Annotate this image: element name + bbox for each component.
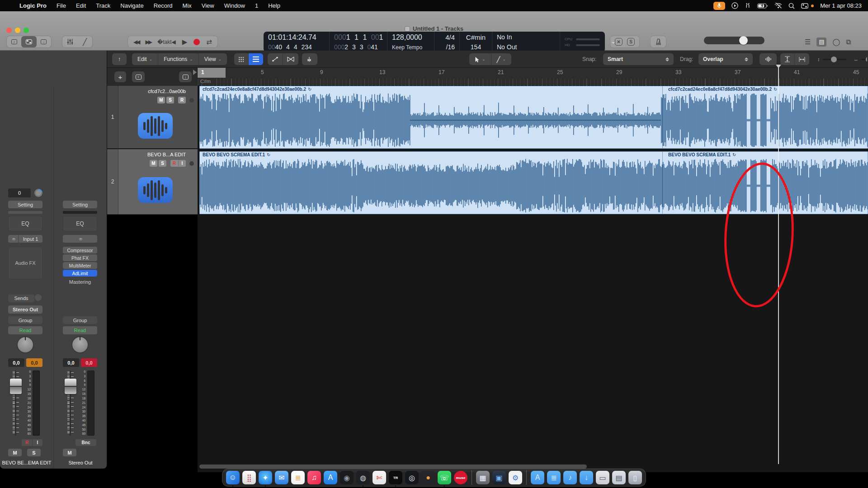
volume-value[interactable]: 0,0 bbox=[63, 358, 79, 367]
mic-status-icon[interactable] bbox=[713, 2, 725, 10]
lcd-key[interactable]: C#min 154 bbox=[460, 32, 492, 52]
dock-touch-id-icon[interactable]: ◉ bbox=[340, 471, 354, 484]
menu-logic-pro[interactable]: Logic Pro bbox=[14, 2, 52, 9]
mixer-button[interactable] bbox=[62, 36, 77, 47]
dock-obs-icon[interactable]: ◎ bbox=[405, 471, 419, 484]
lcd-position[interactable]: 0001 1 1 001 0002 3 3 041 bbox=[330, 32, 387, 52]
record-enable-button[interactable]: R bbox=[178, 97, 186, 103]
setting-button[interactable]: Setting bbox=[63, 201, 97, 208]
apple-menu-icon[interactable] bbox=[0, 5, 9, 6]
record-enable-button[interactable]: R bbox=[170, 160, 178, 167]
slider-knob[interactable] bbox=[831, 56, 837, 62]
drag-select[interactable]: Overlap bbox=[698, 53, 753, 65]
menu-help[interactable]: Help bbox=[263, 2, 285, 9]
plugin-slot-adlimit[interactable]: AdLimit bbox=[63, 270, 97, 277]
plugin-slot-compressor[interactable]: Compressor bbox=[63, 247, 97, 253]
lcd-smpte[interactable]: 01:01:14:24.74 0040 4 4 234 bbox=[264, 32, 330, 52]
output-select[interactable]: Stereo Out bbox=[8, 305, 42, 314]
dock-folder-documents-icon[interactable]: ≣ bbox=[547, 471, 561, 484]
bounce-button[interactable]: Bnc bbox=[76, 439, 96, 446]
toolbar-toggle-button[interactable]: ↓ bbox=[37, 36, 51, 47]
gain-knob[interactable] bbox=[34, 189, 42, 197]
volume-fader[interactable]: 03691215182124303540455060 bbox=[63, 370, 97, 437]
dock-folder-downloads-icon[interactable]: ↓ bbox=[580, 471, 593, 484]
menu-record[interactable]: Record bbox=[149, 2, 178, 9]
left-click-tool-menu[interactable]: ⌄ bbox=[469, 53, 491, 65]
solo-button[interactable]: S bbox=[166, 97, 174, 103]
dock-audio-midi-setup-icon[interactable]: ⚙ bbox=[509, 471, 522, 484]
lcd-tempo[interactable]: 128,0000 Keep Tempo bbox=[387, 32, 434, 52]
gain-reduction-value[interactable]: 0,0 bbox=[81, 358, 97, 367]
eq-slot[interactable]: EQ bbox=[63, 216, 97, 231]
dock-safari-icon[interactable]: ✦ bbox=[259, 471, 272, 484]
group-select[interactable]: Group bbox=[8, 316, 42, 324]
dock-screen-sharing-icon[interactable]: ▦ bbox=[476, 471, 490, 484]
split-at-playhead-button[interactable] bbox=[302, 53, 316, 65]
track-name[interactable]: BEVO B...A EDIT bbox=[147, 152, 186, 157]
media-browser-icon[interactable]: ⧉ bbox=[846, 38, 851, 46]
dock-design-app-icon[interactable]: ✄ bbox=[373, 471, 386, 484]
dock-launchpad-icon[interactable]: ⣿ bbox=[242, 471, 256, 484]
track-zoom-button[interactable]: ↓ bbox=[179, 71, 192, 82]
track-number[interactable]: 1 bbox=[107, 86, 118, 148]
setting-button[interactable]: Setting bbox=[8, 201, 42, 208]
input-monitor-dot[interactable] bbox=[189, 161, 194, 166]
menu-track[interactable]: Track bbox=[91, 2, 115, 9]
send-knob[interactable] bbox=[35, 294, 42, 301]
slider-knob[interactable] bbox=[866, 57, 867, 61]
mute-button[interactable]: M bbox=[150, 160, 157, 167]
go-to-beginning-button[interactable]: �takt◀ bbox=[157, 39, 176, 45]
dock-whatsapp-icon[interactable]: ☏ bbox=[438, 471, 451, 484]
menu-view[interactable]: View bbox=[197, 2, 219, 9]
menu-edit[interactable]: Edit bbox=[71, 2, 91, 9]
dock-recorder-icon[interactable]: ● bbox=[421, 471, 435, 484]
fader-handle[interactable] bbox=[65, 379, 76, 394]
cycle-button[interactable]: ⇄ bbox=[206, 38, 212, 45]
edit-menu[interactable]: Edit⌄ bbox=[132, 53, 158, 65]
dock-window-preview-1-icon[interactable]: ▭ bbox=[596, 471, 609, 484]
fader-handle[interactable] bbox=[10, 379, 22, 394]
volume-value[interactable]: 0,0 bbox=[8, 358, 24, 367]
eq-slot[interactable]: EQ bbox=[8, 216, 42, 231]
automation-curve-button[interactable] bbox=[268, 53, 283, 65]
gain-value[interactable]: 0 bbox=[8, 188, 31, 197]
dock-music-icon[interactable]: ♫ bbox=[307, 471, 321, 484]
menubar-clock[interactable]: Mer 1 apr 08:23 bbox=[820, 2, 862, 9]
solo-badge-button[interactable]: S bbox=[627, 38, 635, 46]
gain-reduction-value[interactable]: 0,0 bbox=[26, 358, 42, 367]
mute-button[interactable]: M bbox=[63, 449, 76, 456]
control-center-icon[interactable] bbox=[801, 3, 808, 9]
track-header-1[interactable]: 1 cfcd7c2...0ae00b M S R bbox=[107, 86, 198, 149]
lcd-signature[interactable]: 4/4 /16 bbox=[434, 32, 460, 52]
master-volume-slider[interactable] bbox=[704, 37, 764, 44]
mute-button[interactable]: M bbox=[157, 97, 165, 103]
crossfade-button[interactable] bbox=[283, 53, 298, 65]
play-circle-icon[interactable] bbox=[731, 2, 738, 9]
note-pads-icon[interactable]: ▤ bbox=[816, 38, 826, 47]
waveform-zoom-button[interactable] bbox=[760, 53, 777, 65]
catch-playhead-button[interactable]: ↑ bbox=[112, 53, 127, 65]
cancel-badge-button[interactable]: ✕ bbox=[615, 38, 623, 46]
menu-window[interactable]: Window bbox=[219, 2, 250, 9]
menu-mix[interactable]: Mix bbox=[178, 2, 197, 9]
pan-knob[interactable] bbox=[71, 336, 89, 353]
record-enable-button[interactable]: R bbox=[22, 439, 32, 446]
dock-widget-app-icon[interactable]: ▣ bbox=[492, 471, 506, 484]
snap-select[interactable]: Smart bbox=[603, 53, 674, 65]
inspector-toggle-button[interactable] bbox=[21, 36, 36, 47]
audio-region-track-1[interactable]: cfcd7c2cad24ec0e8a8cf47d8d943042e30ae00b… bbox=[199, 86, 868, 149]
audio-region-track-2[interactable]: BEVO BEVO SCREMA EDIT.1↻ BEVO BEVO SCREM… bbox=[199, 151, 868, 214]
rewind-button[interactable]: ◀◀ bbox=[133, 39, 139, 45]
plugin-slot-multimeter[interactable]: MultiMeter bbox=[63, 262, 97, 269]
mute-button[interactable]: M bbox=[8, 449, 22, 456]
menu-file[interactable]: File bbox=[52, 2, 71, 9]
forward-button[interactable]: ▶▶ bbox=[145, 39, 151, 45]
solo-button[interactable]: S bbox=[27, 449, 41, 456]
track-name[interactable]: cfcd7c2...0ae00b bbox=[148, 89, 186, 94]
dock-folder-music-icon[interactable]: ♪ bbox=[563, 471, 577, 484]
library-toggle-button[interactable]: ♪ bbox=[7, 36, 21, 47]
play-button[interactable]: ▶ bbox=[182, 38, 188, 45]
solo-button[interactable]: S bbox=[159, 160, 166, 167]
lcd-io[interactable]: No In No Out bbox=[492, 32, 560, 52]
stereo-format-button[interactable]: ○○ bbox=[63, 235, 97, 243]
